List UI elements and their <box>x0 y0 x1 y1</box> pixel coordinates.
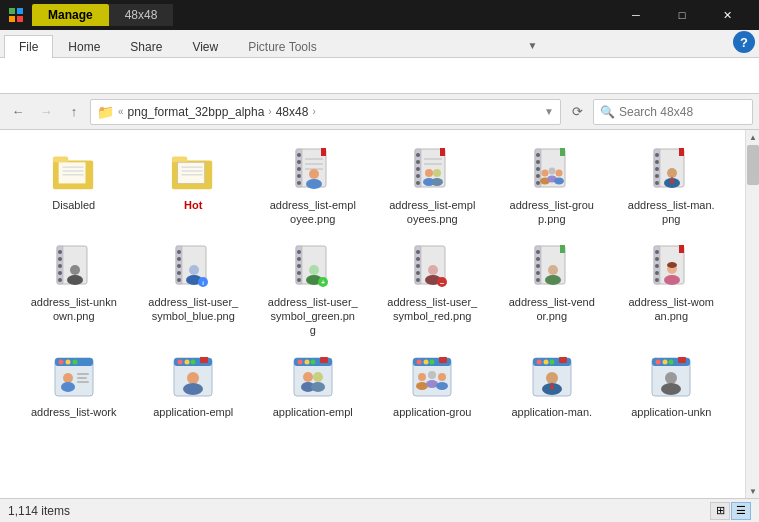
svg-point-179 <box>549 360 554 365</box>
maximize-button[interactable]: □ <box>659 0 705 30</box>
list-item[interactable]: address_list-work <box>16 347 132 425</box>
list-item[interactable]: address_list-vendor.png <box>494 237 610 344</box>
path-segment-1[interactable]: png_format_32bpp_alpha <box>128 105 265 119</box>
list-item[interactable]: application-grou <box>375 347 491 425</box>
address-list-employees-icon <box>408 146 456 194</box>
ribbon-expand-icon[interactable]: ▼ <box>527 40 537 51</box>
svg-point-147 <box>178 360 183 365</box>
svg-point-172 <box>438 373 446 381</box>
address-list-user-blue-icon: i <box>169 243 217 291</box>
list-item[interactable]: Disabled <box>16 140 132 233</box>
list-item[interactable]: application-empl <box>136 347 252 425</box>
search-box[interactable]: 🔍 <box>593 99 753 125</box>
svg-point-107 <box>416 278 420 282</box>
tab-file[interactable]: File <box>4 35 53 58</box>
svg-text:–: – <box>440 278 445 287</box>
list-item[interactable]: – address_list-user_symbol_red.png <box>375 237 491 344</box>
item-label: address_list-woman.png <box>628 295 714 324</box>
svg-point-155 <box>297 360 302 365</box>
tab-view[interactable]: View <box>177 35 233 58</box>
minimize-button[interactable]: ─ <box>613 0 659 30</box>
details-view-button[interactable]: ☰ <box>731 502 751 520</box>
list-item[interactable]: Hot <box>136 140 252 233</box>
item-label: application-empl <box>273 405 353 419</box>
svg-point-103 <box>416 250 420 254</box>
svg-point-178 <box>543 360 548 365</box>
svg-rect-52 <box>560 148 565 156</box>
path-arrow-1: « <box>118 106 124 117</box>
svg-point-30 <box>306 179 322 189</box>
svg-point-63 <box>655 167 659 171</box>
back-button[interactable]: ← <box>6 100 30 124</box>
svg-point-157 <box>310 360 315 365</box>
svg-point-57 <box>555 170 562 177</box>
tab-share[interactable]: Share <box>115 35 177 58</box>
address-list-man-icon <box>647 146 695 194</box>
tab-home[interactable]: Home <box>53 35 115 58</box>
forward-button[interactable]: → <box>34 100 58 124</box>
list-item[interactable]: application-empl <box>255 347 371 425</box>
status-bar: 1,114 items ⊞ ☰ <box>0 498 759 522</box>
svg-point-121 <box>545 275 561 285</box>
svg-point-20 <box>297 153 301 157</box>
scroll-down-button[interactable]: ▼ <box>746 484 759 498</box>
svg-rect-6 <box>53 157 68 163</box>
list-item[interactable]: application-unkn <box>614 347 730 425</box>
scroll-up-button[interactable]: ▲ <box>746 130 759 144</box>
svg-point-173 <box>436 382 448 390</box>
path-dropdown-icon[interactable]: ▼ <box>544 106 554 117</box>
svg-point-126 <box>655 264 659 268</box>
list-item[interactable]: address_list-employee.png <box>255 140 371 233</box>
list-item[interactable]: address_list-unknown.png <box>16 237 132 344</box>
svg-point-81 <box>177 250 181 254</box>
item-label: address_list-employees.png <box>389 198 475 227</box>
address-list-woman-icon <box>647 243 695 291</box>
help-button[interactable]: ? <box>733 31 755 53</box>
list-item[interactable]: address_list-man.png <box>614 140 730 233</box>
scroll-thumb[interactable] <box>747 145 759 185</box>
svg-point-137 <box>72 360 77 365</box>
close-button[interactable]: ✕ <box>705 0 751 30</box>
svg-rect-40 <box>440 148 445 156</box>
list-item[interactable]: + address_list-user_symbol_green.png <box>255 237 371 344</box>
folder-hot-icon <box>169 146 217 194</box>
list-item[interactable]: address_list-employees.png <box>375 140 491 233</box>
svg-point-77 <box>70 265 80 275</box>
list-item[interactable]: i address_list-user_symbol_blue.png <box>136 237 252 344</box>
svg-point-118 <box>536 278 540 282</box>
up-button[interactable]: ↑ <box>62 100 86 124</box>
svg-point-160 <box>313 372 323 382</box>
svg-point-29 <box>309 169 319 179</box>
svg-point-36 <box>416 174 420 178</box>
address-path[interactable]: 📁 « png_format_32bpp_alpha › 48x48 › ▼ <box>90 99 561 125</box>
path-folder-icon: 📁 <box>97 104 114 120</box>
svg-point-48 <box>536 160 540 164</box>
vertical-scrollbar[interactable]: ▲ ▼ <box>745 130 759 498</box>
manage-tab[interactable]: Manage <box>32 4 109 26</box>
list-item[interactable]: address_list-woman.png <box>614 237 730 344</box>
svg-point-64 <box>655 174 659 178</box>
svg-rect-0 <box>9 8 15 14</box>
list-item[interactable]: address_list-group.png <box>494 140 610 233</box>
svg-point-23 <box>297 174 301 178</box>
item-label: application-unkn <box>631 405 711 419</box>
svg-point-49 <box>536 167 540 171</box>
path-segment-2[interactable]: 48x48 <box>276 105 309 119</box>
view-buttons: ⊞ ☰ <box>710 502 751 520</box>
large-icons-view-button[interactable]: ⊞ <box>710 502 730 520</box>
scroll-track[interactable] <box>746 144 759 484</box>
svg-point-166 <box>424 360 429 365</box>
svg-rect-28 <box>321 148 326 156</box>
tab-picture-tools[interactable]: Picture Tools <box>233 35 331 58</box>
svg-point-170 <box>428 371 436 379</box>
list-item[interactable]: application-man. <box>494 347 610 425</box>
search-input[interactable] <box>619 105 746 119</box>
refresh-button[interactable]: ⟳ <box>565 100 589 124</box>
svg-point-150 <box>187 372 199 384</box>
svg-point-135 <box>58 360 63 365</box>
size-tab[interactable]: 48x48 <box>109 4 174 26</box>
svg-point-131 <box>667 262 677 268</box>
svg-rect-146 <box>200 357 208 363</box>
svg-point-24 <box>297 181 301 185</box>
svg-rect-2 <box>9 16 15 22</box>
